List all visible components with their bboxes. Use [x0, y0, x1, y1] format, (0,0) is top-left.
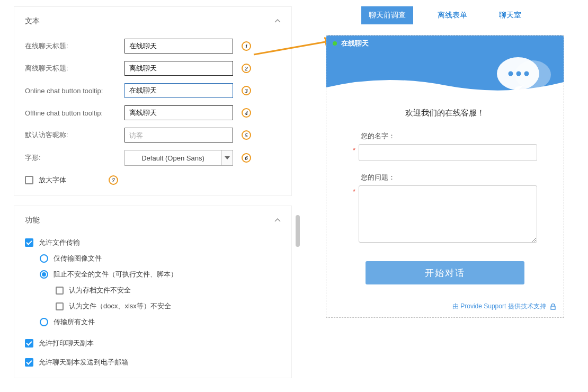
docx-unsafe-label: 认为文件（docx、xlsx等）不安全: [69, 301, 171, 311]
panel-features-header[interactable]: 功能: [14, 206, 291, 234]
marker-6: 6: [242, 153, 251, 163]
svg-point-3: [509, 72, 513, 76]
footer-prefix: 由: [452, 302, 460, 310]
allow-print-label: 允许打印聊天副本: [39, 338, 94, 348]
tab-chatroom[interactable]: 聊天室: [492, 6, 529, 24]
font-select-value: Default (Open Sans): [125, 154, 221, 162]
enlarge-font-label: 放大字体: [39, 175, 66, 185]
panel-features-body: 允许文件传输 仅传输图像文件 阻止不安全的文件（可执行文件、脚本） 认为存档文件…: [14, 238, 291, 378]
enlarge-font-checkbox[interactable]: [25, 176, 33, 184]
allow-email-checkbox[interactable]: [25, 358, 33, 367]
allow-print-checkbox[interactable]: [25, 339, 33, 348]
tab-presurvey[interactable]: 聊天前调查: [361, 6, 413, 24]
preview-tabs: 聊天前调查 离线表单 聊天室: [307, 6, 583, 24]
only-images-label: 仅传输图像文件: [54, 254, 102, 263]
only-images-radio[interactable]: [40, 254, 48, 263]
marker-7: 7: [109, 175, 118, 185]
chat-widget-footer: 由 Provide Support 提供技术支持: [326, 298, 564, 317]
chevron-up-icon: [274, 18, 281, 24]
online-title-label: 在线聊天标题:: [25, 41, 124, 51]
block-unsafe-label: 阻止不安全的文件（可执行文件、脚本）: [54, 270, 177, 279]
marker-1: 1: [242, 41, 251, 51]
question-textarea[interactable]: [359, 185, 537, 243]
online-tooltip-input[interactable]: [124, 83, 233, 98]
panel-features-title: 功能: [25, 216, 40, 225]
lock-icon: [550, 304, 556, 310]
offline-tooltip-input[interactable]: [124, 105, 233, 120]
name-field-label: 您的名字：: [353, 131, 537, 141]
chevron-up-icon: [274, 217, 281, 224]
online-status-icon: [333, 41, 337, 46]
font-label: 字形:: [25, 153, 124, 163]
chat-widget-preview: 在线聊天 欢迎我们的在线客服！ 您的名字： *: [326, 35, 564, 318]
online-tooltip-label: Online chat button tooltip:: [25, 87, 124, 95]
marker-2: 2: [242, 64, 251, 73]
panel-text-title: 文本: [25, 16, 40, 26]
online-title-input[interactable]: [124, 39, 233, 54]
footer-suffix: 提供技术支持: [506, 302, 546, 310]
allow-file-checkbox[interactable]: [25, 238, 33, 247]
chat-widget-banner: [326, 51, 564, 96]
start-chat-button[interactable]: 开始对话: [366, 261, 524, 284]
docx-unsafe-checkbox[interactable]: [56, 302, 64, 310]
chat-widget-title: 在线聊天: [341, 39, 369, 48]
svg-point-5: [524, 72, 529, 76]
marker-4: 4: [242, 108, 251, 118]
required-asterisk: *: [353, 146, 355, 154]
offline-tooltip-label: Offline chat button tooltip:: [25, 109, 124, 117]
panel-text-header[interactable]: 文本: [14, 7, 291, 34]
welcome-text: 欢迎我们的在线客服！: [353, 108, 537, 118]
all-files-radio[interactable]: [40, 318, 48, 326]
marker-5: 5: [242, 130, 251, 140]
archive-unsafe-label: 认为存档文件不安全: [69, 286, 131, 295]
chat-widget-body: 欢迎我们的在线客服！ 您的名字： * 您的问题： * 开始对话: [326, 96, 564, 298]
question-field-label: 您的问题：: [353, 173, 537, 182]
default-nick-input[interactable]: [124, 128, 233, 142]
offline-title-label: 离线聊天标题:: [25, 64, 124, 73]
name-input[interactable]: [359, 144, 537, 161]
allow-email-label: 允许聊天副本发送到电子邮箱: [39, 358, 128, 367]
chat-widget-header: 在线聊天: [326, 35, 564, 51]
panel-text: 文本 在线聊天标题: 1 离线聊天标题: 2 Online chat butto…: [14, 6, 292, 196]
svg-point-4: [516, 72, 521, 76]
offline-title-input[interactable]: [124, 61, 233, 76]
font-select[interactable]: Default (Open Sans): [124, 150, 233, 166]
panel-text-body: 在线聊天标题: 1 离线聊天标题: 2 Online chat button t…: [14, 39, 291, 195]
marker-3: 3: [242, 86, 251, 95]
chevron-down-icon: [221, 150, 233, 165]
block-unsafe-radio[interactable]: [40, 270, 48, 279]
required-asterisk: *: [353, 188, 355, 195]
all-files-label: 传输所有文件: [54, 317, 95, 327]
allow-file-label: 允许文件传输: [39, 238, 80, 247]
default-nick-label: 默认访客昵称:: [25, 130, 124, 140]
scrollbar-thumb[interactable]: [296, 215, 300, 247]
archive-unsafe-checkbox[interactable]: [56, 287, 64, 295]
tab-offline-form[interactable]: 离线表单: [430, 6, 475, 24]
panel-features: 功能 允许文件传输 仅传输图像文件 阻止不安全的文件（可执行文件、脚本） 认为存…: [14, 206, 292, 378]
footer-brand: Provide Support: [460, 302, 506, 310]
